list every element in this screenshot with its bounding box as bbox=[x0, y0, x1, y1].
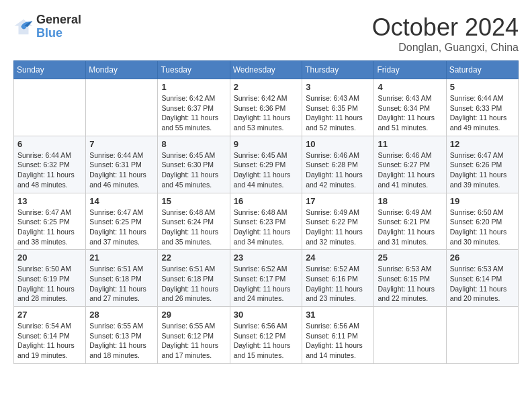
day-info: Sunrise: 6:47 AM Sunset: 6:26 PM Dayligh… bbox=[450, 150, 515, 190]
calendar-cell bbox=[86, 79, 158, 136]
calendar-cell: 22Sunrise: 6:51 AM Sunset: 6:18 PM Dayli… bbox=[158, 250, 230, 307]
day-info: Sunrise: 6:42 AM Sunset: 6:36 PM Dayligh… bbox=[234, 93, 298, 133]
day-info: Sunrise: 6:44 AM Sunset: 6:32 PM Dayligh… bbox=[17, 150, 82, 190]
calendar-cell: 10Sunrise: 6:46 AM Sunset: 6:28 PM Dayli… bbox=[302, 136, 374, 193]
week-row: 13Sunrise: 6:47 AM Sunset: 6:25 PM Dayli… bbox=[14, 193, 519, 250]
day-info: Sunrise: 6:56 AM Sunset: 6:11 PM Dayligh… bbox=[306, 321, 370, 361]
day-number: 23 bbox=[234, 253, 298, 263]
header-cell-saturday: Saturday bbox=[446, 61, 518, 79]
calendar-cell: 31Sunrise: 6:56 AM Sunset: 6:11 PM Dayli… bbox=[302, 307, 374, 364]
calendar-table: SundayMondayTuesdayWednesdayThursdayFrid… bbox=[13, 60, 519, 364]
title-area: October 2024 Donglan, Guangxi, China bbox=[372, 13, 519, 54]
calendar-cell: 24Sunrise: 6:52 AM Sunset: 6:16 PM Dayli… bbox=[302, 250, 374, 307]
calendar-cell: 16Sunrise: 6:48 AM Sunset: 6:23 PM Dayli… bbox=[230, 193, 302, 250]
day-number: 17 bbox=[306, 196, 370, 206]
calendar-cell: 4Sunrise: 6:43 AM Sunset: 6:34 PM Daylig… bbox=[374, 79, 446, 136]
header-row: SundayMondayTuesdayWednesdayThursdayFrid… bbox=[14, 61, 519, 79]
day-number: 1 bbox=[161, 82, 226, 92]
calendar-cell: 13Sunrise: 6:47 AM Sunset: 6:25 PM Dayli… bbox=[14, 193, 86, 250]
calendar-cell: 11Sunrise: 6:46 AM Sunset: 6:27 PM Dayli… bbox=[374, 136, 446, 193]
day-number: 26 bbox=[450, 253, 515, 263]
day-info: Sunrise: 6:51 AM Sunset: 6:18 PM Dayligh… bbox=[161, 264, 226, 304]
day-info: Sunrise: 6:50 AM Sunset: 6:20 PM Dayligh… bbox=[450, 208, 515, 247]
day-info: Sunrise: 6:46 AM Sunset: 6:28 PM Dayligh… bbox=[306, 150, 370, 190]
calendar-cell: 23Sunrise: 6:52 AM Sunset: 6:17 PM Dayli… bbox=[230, 250, 302, 307]
calendar-cell: 5Sunrise: 6:44 AM Sunset: 6:33 PM Daylig… bbox=[446, 79, 518, 136]
header-cell-monday: Monday bbox=[86, 61, 158, 79]
calendar-cell: 12Sunrise: 6:47 AM Sunset: 6:26 PM Dayli… bbox=[446, 136, 518, 193]
day-info: Sunrise: 6:55 AM Sunset: 6:13 PM Dayligh… bbox=[89, 321, 154, 361]
day-number: 20 bbox=[17, 253, 82, 263]
calendar-cell: 27Sunrise: 6:54 AM Sunset: 6:14 PM Dayli… bbox=[14, 307, 86, 364]
day-info: Sunrise: 6:43 AM Sunset: 6:35 PM Dayligh… bbox=[306, 93, 370, 133]
day-info: Sunrise: 6:55 AM Sunset: 6:12 PM Dayligh… bbox=[161, 321, 226, 361]
calendar-cell: 6Sunrise: 6:44 AM Sunset: 6:32 PM Daylig… bbox=[14, 136, 86, 193]
day-info: Sunrise: 6:49 AM Sunset: 6:21 PM Dayligh… bbox=[378, 208, 442, 247]
day-number: 5 bbox=[450, 82, 515, 92]
day-number: 4 bbox=[378, 82, 442, 92]
location-title: Donglan, Guangxi, China bbox=[372, 42, 519, 54]
day-info: Sunrise: 6:49 AM Sunset: 6:22 PM Dayligh… bbox=[306, 208, 370, 247]
calendar-cell: 17Sunrise: 6:49 AM Sunset: 6:22 PM Dayli… bbox=[302, 193, 374, 250]
week-row: 1Sunrise: 6:42 AM Sunset: 6:37 PM Daylig… bbox=[14, 79, 519, 136]
day-info: Sunrise: 6:42 AM Sunset: 6:37 PM Dayligh… bbox=[161, 93, 226, 133]
day-number: 15 bbox=[161, 196, 226, 206]
day-info: Sunrise: 6:51 AM Sunset: 6:18 PM Dayligh… bbox=[89, 264, 154, 304]
day-info: Sunrise: 6:43 AM Sunset: 6:34 PM Dayligh… bbox=[378, 93, 442, 133]
header-cell-tuesday: Tuesday bbox=[158, 61, 230, 79]
day-number: 18 bbox=[378, 196, 442, 206]
calendar-cell: 18Sunrise: 6:49 AM Sunset: 6:21 PM Dayli… bbox=[374, 193, 446, 250]
day-info: Sunrise: 6:54 AM Sunset: 6:14 PM Dayligh… bbox=[17, 321, 82, 361]
day-number: 22 bbox=[161, 253, 226, 263]
header-cell-friday: Friday bbox=[374, 61, 446, 79]
calendar-cell: 8Sunrise: 6:45 AM Sunset: 6:30 PM Daylig… bbox=[158, 136, 230, 193]
day-number: 8 bbox=[161, 139, 226, 149]
calendar-cell bbox=[14, 79, 86, 136]
week-row: 27Sunrise: 6:54 AM Sunset: 6:14 PM Dayli… bbox=[14, 307, 519, 364]
calendar-cell bbox=[446, 307, 518, 364]
day-number: 25 bbox=[378, 253, 442, 263]
week-row: 6Sunrise: 6:44 AM Sunset: 6:32 PM Daylig… bbox=[14, 136, 519, 193]
calendar-cell: 28Sunrise: 6:55 AM Sunset: 6:13 PM Dayli… bbox=[86, 307, 158, 364]
day-number: 21 bbox=[89, 253, 154, 263]
calendar-cell: 9Sunrise: 6:45 AM Sunset: 6:29 PM Daylig… bbox=[230, 136, 302, 193]
day-info: Sunrise: 6:45 AM Sunset: 6:29 PM Dayligh… bbox=[234, 150, 298, 190]
logo: General Blue bbox=[13, 13, 81, 40]
day-info: Sunrise: 6:53 AM Sunset: 6:14 PM Dayligh… bbox=[450, 264, 515, 304]
day-number: 27 bbox=[17, 310, 82, 320]
day-number: 31 bbox=[306, 310, 370, 320]
calendar-cell: 3Sunrise: 6:43 AM Sunset: 6:35 PM Daylig… bbox=[302, 79, 374, 136]
day-number: 16 bbox=[234, 196, 298, 206]
day-info: Sunrise: 6:52 AM Sunset: 6:16 PM Dayligh… bbox=[306, 264, 370, 304]
calendar-cell: 25Sunrise: 6:53 AM Sunset: 6:15 PM Dayli… bbox=[374, 250, 446, 307]
calendar-cell: 15Sunrise: 6:48 AM Sunset: 6:24 PM Dayli… bbox=[158, 193, 230, 250]
day-number: 7 bbox=[89, 139, 154, 149]
page-header: General Blue October 2024 Donglan, Guang… bbox=[13, 13, 519, 54]
day-info: Sunrise: 6:50 AM Sunset: 6:19 PM Dayligh… bbox=[17, 264, 82, 304]
day-info: Sunrise: 6:48 AM Sunset: 6:23 PM Dayligh… bbox=[234, 208, 298, 247]
calendar-cell: 30Sunrise: 6:56 AM Sunset: 6:12 PM Dayli… bbox=[230, 307, 302, 364]
header-cell-sunday: Sunday bbox=[14, 61, 86, 79]
day-info: Sunrise: 6:45 AM Sunset: 6:30 PM Dayligh… bbox=[161, 150, 226, 190]
calendar-cell: 20Sunrise: 6:50 AM Sunset: 6:19 PM Dayli… bbox=[14, 250, 86, 307]
day-number: 10 bbox=[306, 139, 370, 149]
day-number: 6 bbox=[17, 139, 82, 149]
day-number: 11 bbox=[378, 139, 442, 149]
day-number: 2 bbox=[234, 82, 298, 92]
day-number: 9 bbox=[234, 139, 298, 149]
day-number: 28 bbox=[89, 310, 154, 320]
calendar-cell: 14Sunrise: 6:47 AM Sunset: 6:25 PM Dayli… bbox=[86, 193, 158, 250]
month-title: October 2024 bbox=[372, 13, 519, 42]
day-number: 13 bbox=[17, 196, 82, 206]
day-info: Sunrise: 6:53 AM Sunset: 6:15 PM Dayligh… bbox=[378, 264, 442, 304]
header-cell-wednesday: Wednesday bbox=[230, 61, 302, 79]
day-number: 3 bbox=[306, 82, 370, 92]
calendar-cell: 1Sunrise: 6:42 AM Sunset: 6:37 PM Daylig… bbox=[158, 79, 230, 136]
day-number: 12 bbox=[450, 139, 515, 149]
day-number: 29 bbox=[161, 310, 226, 320]
day-number: 14 bbox=[89, 196, 154, 206]
calendar-cell: 2Sunrise: 6:42 AM Sunset: 6:36 PM Daylig… bbox=[230, 79, 302, 136]
logo-text: General Blue bbox=[36, 13, 81, 40]
week-row: 20Sunrise: 6:50 AM Sunset: 6:19 PM Dayli… bbox=[14, 250, 519, 307]
day-info: Sunrise: 6:56 AM Sunset: 6:12 PM Dayligh… bbox=[234, 321, 298, 361]
